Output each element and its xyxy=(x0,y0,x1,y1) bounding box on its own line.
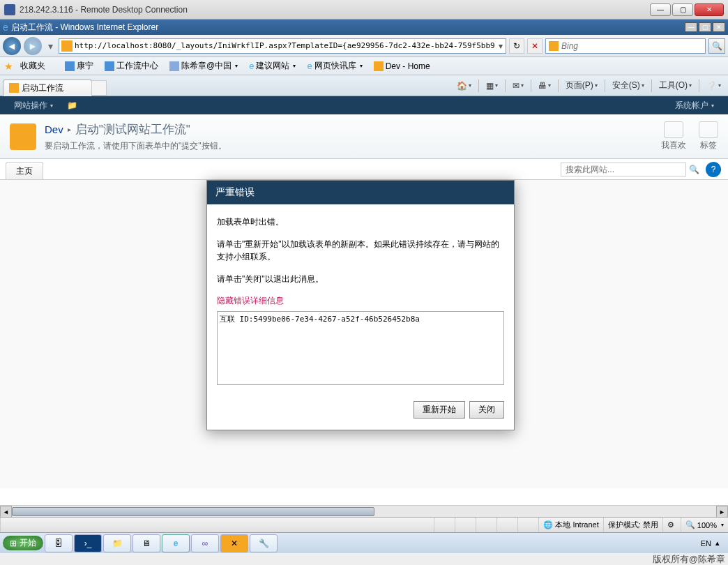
feed-button[interactable]: ▦▾ xyxy=(482,80,502,92)
sp-search-button[interactable]: 🔍 xyxy=(686,162,702,177)
horizontal-scrollbar[interactable]: ◄ ► xyxy=(0,505,728,517)
print-button[interactable]: 🖶▾ xyxy=(534,80,555,92)
sp-search-input[interactable] xyxy=(561,163,686,176)
page-menu[interactable]: 页面(P)▾ xyxy=(561,78,602,93)
browser-tab[interactable]: 启动工作流 xyxy=(3,80,92,96)
sp-site-logo[interactable] xyxy=(10,123,36,150)
sp-help-button[interactable]: ? xyxy=(706,162,721,177)
fav-item-kangning[interactable]: 康宁 xyxy=(62,59,96,73)
search-input[interactable] xyxy=(561,41,705,51)
account-menu[interactable]: 系统帐户▾ xyxy=(668,98,721,114)
dialog-title: 严重错误 xyxy=(207,181,514,204)
status-cell xyxy=(476,518,496,532)
forward-button[interactable]: ► xyxy=(24,37,42,55)
bing-icon xyxy=(549,41,559,51)
system-tray: EN ▴ xyxy=(701,538,725,548)
ie-tab-bar: 启动工作流 🏠▾ ▦▾ ✉▾ 🖶▾ 页面(P)▾ 安全(S)▾ 工具(O)▾ ❔… xyxy=(0,75,728,96)
sp-topnav: 主页 🔍 ? xyxy=(0,159,728,180)
breadcrumb-root[interactable]: Dev xyxy=(45,123,63,135)
toggle-detail-link[interactable]: 隐藏错误详细信息 xyxy=(217,295,504,307)
safety-menu[interactable]: 安全(S)▾ xyxy=(608,78,649,93)
url-text[interactable]: http://localhost:8080/_layouts/IniWrkflI… xyxy=(75,41,496,50)
watermark: 版权所有@陈希章 xyxy=(653,553,725,565)
status-cell xyxy=(434,518,455,532)
breadcrumb: Dev ▸ 启动"测试网站工作流" xyxy=(45,121,227,137)
like-icon xyxy=(664,121,683,138)
rss-icon: ▦ xyxy=(486,81,494,91)
scroll-thumb[interactable] xyxy=(12,507,374,516)
refresh-button[interactable]: ↻ xyxy=(509,38,524,54)
help-button[interactable]: ❔▾ xyxy=(702,80,725,92)
sp-ribbon: 网站操作▾ 📁 系统帐户▾ xyxy=(0,96,728,114)
ie-icon: e xyxy=(3,22,8,33)
print-icon: 🖶 xyxy=(538,81,547,91)
error-dialog: 严重错误 加载表单时出错。 请单击"重新开始"以加载该表单的新副本。如果此错误持… xyxy=(206,180,515,430)
site-actions-menu[interactable]: 网站操作▾ xyxy=(7,98,60,114)
tools-menu[interactable]: 工具(O)▾ xyxy=(655,78,696,93)
folder-up-icon: 📁 xyxy=(67,100,77,110)
tab-favicon xyxy=(9,83,19,93)
navigate-up-button[interactable]: 📁 xyxy=(60,98,84,112)
stop-button[interactable]: ✕ xyxy=(527,38,543,54)
zoom-level[interactable]: 🔍100%▾ xyxy=(681,518,728,532)
fav-item-workflowcenter[interactable]: 工作流中心 xyxy=(102,59,161,73)
taskbar-app-powershell[interactable]: ›_ xyxy=(74,534,102,552)
tag-button[interactable]: 标签 xyxy=(699,121,718,151)
search-button[interactable]: 🔍 xyxy=(708,38,725,54)
page-title: 启动"测试网站工作流" xyxy=(75,121,190,137)
close-button[interactable]: ✕ xyxy=(695,3,724,16)
taskbar-app-explorer[interactable]: 📁 xyxy=(103,534,131,552)
address-dropdown[interactable]: ▾ xyxy=(496,41,506,51)
help-icon: ❔ xyxy=(706,81,717,91)
fav-item-devhome[interactable]: Dev - Home xyxy=(371,60,433,73)
taskbar-app-7[interactable]: ✕ xyxy=(220,534,248,552)
favorites-bar: ★ 收藏夹 康宁 工作流中心 陈希章@中国▾ e建议网站▾ e网页快讯库▾ De… xyxy=(0,57,728,75)
scroll-left-button[interactable]: ◄ xyxy=(0,506,12,518)
favorites-label[interactable]: 收藏夹 xyxy=(20,60,45,72)
tab-home[interactable]: 主页 xyxy=(6,162,43,179)
lang-indicator[interactable]: EN xyxy=(701,539,711,548)
taskbar-app-4[interactable]: 🖥 xyxy=(132,534,160,552)
ie-maximize-button[interactable]: ▢ xyxy=(699,22,711,32)
maximize-button[interactable]: ▢ xyxy=(672,3,693,16)
fav-item-chenxizhang[interactable]: 陈希章@中国▾ xyxy=(167,59,241,73)
taskbar-app-ie[interactable]: e xyxy=(162,534,190,552)
protected-mode: 保护模式: 禁用 xyxy=(603,518,662,532)
scroll-right-button[interactable]: ► xyxy=(716,506,728,518)
sp-search: 🔍 ? xyxy=(561,159,728,179)
search-box[interactable] xyxy=(545,38,706,54)
taskbar-app-vs[interactable]: ∞ xyxy=(191,534,219,552)
new-tab-button[interactable] xyxy=(91,80,107,96)
zone-indicator[interactable]: 🌐本地 Intranet xyxy=(538,518,602,532)
mail-button[interactable]: ✉▾ xyxy=(508,80,528,92)
site-favicon xyxy=(61,40,73,52)
chevron-right-icon: ▸ xyxy=(68,126,71,133)
like-button[interactable]: 我喜欢 xyxy=(661,121,686,151)
status-icon[interactable]: ⚙ xyxy=(662,518,681,532)
restart-button[interactable]: 重新开始 xyxy=(414,401,465,419)
fav-item-suggested[interactable]: e建议网站▾ xyxy=(246,59,298,73)
tray-icon[interactable]: ▴ xyxy=(715,538,720,548)
ie-close-button[interactable]: ✕ xyxy=(713,22,725,32)
taskbar-app-8[interactable]: 🔧 xyxy=(250,534,278,552)
address-bar[interactable]: http://localhost:8080/_layouts/IniWrkflI… xyxy=(59,38,506,54)
back-button[interactable]: ◄ xyxy=(3,37,21,55)
taskbar-app-1[interactable]: 🗄 xyxy=(45,534,73,552)
nav-history-dropdown[interactable]: ▾ xyxy=(45,38,56,54)
ie-minimize-button[interactable]: — xyxy=(685,22,697,32)
page-subtitle: 要启动工作流，请使用下面表单中的"提交"按钮。 xyxy=(45,140,227,152)
fav-item-webslice[interactable]: e网页快讯库▾ xyxy=(304,59,365,73)
close-dialog-button[interactable]: 关闭 xyxy=(469,401,504,419)
error-message-3: 请单击"关闭"以退出此消息。 xyxy=(217,273,504,285)
favorites-star-icon[interactable]: ★ xyxy=(4,61,13,72)
sp-content: 严重错误 加载表单时出错。 请单击"重新开始"以加载该表单的新副本。如果此错误持… xyxy=(0,180,728,488)
status-text xyxy=(0,518,434,532)
error-detail-textarea[interactable]: 互联 ID:5499be06-7e34-4267-a52f-46b526452b… xyxy=(217,311,504,385)
ie-statusbar: 🌐本地 Intranet 保护模式: 禁用 ⚙ 🔍100%▾ xyxy=(0,517,728,532)
command-bar: 🏠▾ ▦▾ ✉▾ 🖶▾ 页面(P)▾ 安全(S)▾ 工具(O)▾ ❔▾ xyxy=(453,78,725,93)
minimize-button[interactable]: — xyxy=(650,3,671,16)
status-cell xyxy=(455,518,476,532)
home-button[interactable]: 🏠▾ xyxy=(453,80,476,92)
start-button[interactable]: ⊞开始 xyxy=(3,536,43,550)
rdc-window-buttons: — ▢ ✕ xyxy=(650,3,724,16)
